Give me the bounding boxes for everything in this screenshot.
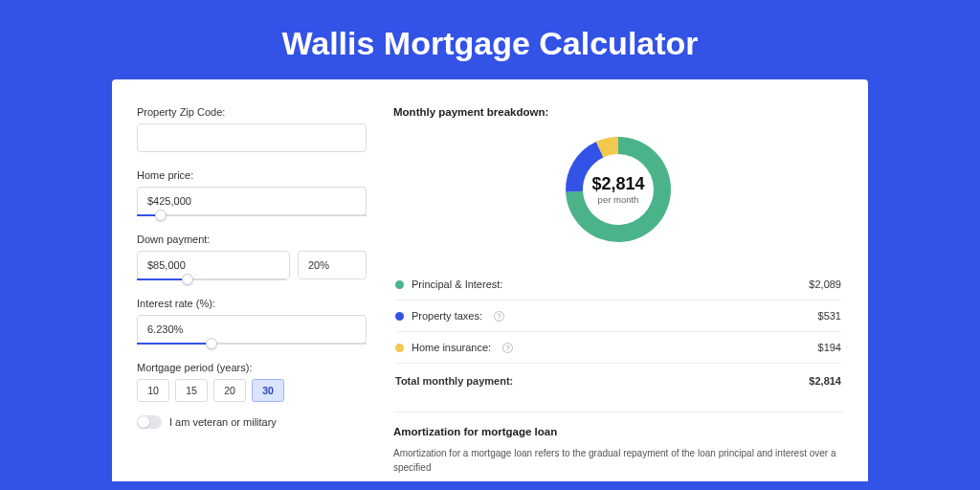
toggle-knob (138, 416, 149, 428)
period-button-30[interactable]: 30 (252, 379, 284, 402)
donut-chart: $2,814 per month (393, 127, 843, 252)
period-button-20[interactable]: 20 (213, 379, 246, 402)
interest-group: Interest rate (%): (137, 298, 367, 345)
calculator-card: Property Zip Code: Home price: Down paym… (112, 79, 868, 481)
home-price-group: Home price: (137, 169, 367, 216)
interest-label: Interest rate (%): (137, 298, 367, 309)
legend-dot (395, 344, 404, 352)
amort-body: Amortization for a mortgage loan refers … (393, 447, 843, 475)
donut-sub: per month (598, 194, 639, 205)
legend-label: Property taxes: (412, 310, 482, 322)
breakdown-title: Monthly payment breakdown: (393, 106, 843, 118)
form-panel: Property Zip Code: Home price: Down paym… (137, 106, 367, 481)
home-price-slider[interactable] (137, 214, 367, 216)
legend-total-row: Total monthly payment:$2,814 (395, 364, 841, 396)
veteran-row: I am veteran or military (137, 415, 367, 429)
down-payment-slider[interactable] (137, 278, 286, 280)
legend-label: Home insurance: (412, 342, 491, 353)
legend-row: Principal & Interest:$2,089 (395, 269, 841, 301)
zip-input[interactable] (137, 123, 367, 152)
veteran-label: I am veteran or military (169, 416, 277, 428)
interest-slider[interactable] (137, 343, 367, 345)
info-icon[interactable]: ? (494, 311, 504, 322)
total-value: $2,814 (809, 375, 841, 387)
legend-dot (395, 312, 404, 321)
legend-value: $2,089 (809, 278, 841, 290)
zip-group: Property Zip Code: (137, 106, 367, 152)
legend-value: $531 (818, 310, 841, 322)
veteran-toggle[interactable] (137, 415, 162, 429)
down-payment-group: Down payment: (137, 234, 367, 280)
period-button-10[interactable]: 10 (137, 379, 169, 402)
slider-thumb[interactable] (155, 210, 167, 221)
interest-input[interactable] (137, 315, 367, 344)
down-payment-input[interactable] (137, 251, 290, 279)
legend-value: $194 (818, 342, 841, 353)
slider-thumb[interactable] (182, 274, 193, 285)
page-title: Wallis Mortgage Calculator (0, 0, 980, 79)
breakdown-panel: Monthly payment breakdown: $2,814 per mo… (393, 106, 843, 481)
legend-dot (395, 280, 404, 289)
legend-row: Property taxes:?$531 (395, 301, 841, 332)
down-payment-pct-input[interactable] (298, 251, 367, 279)
slider-thumb[interactable] (206, 338, 217, 349)
home-price-label: Home price: (137, 169, 367, 181)
legend-row: Home insurance:?$194 (395, 332, 841, 364)
donut-value: $2,814 (591, 174, 644, 194)
period-button-15[interactable]: 15 (175, 379, 208, 402)
legend: Principal & Interest:$2,089Property taxe… (393, 269, 843, 396)
legend-label: Principal & Interest: (412, 278, 502, 290)
period-label: Mortgage period (years): (137, 362, 367, 373)
period-group: Mortgage period (years): 10152030 (137, 362, 367, 402)
total-label: Total monthly payment: (395, 375, 513, 387)
amort-section: Amortization for mortgage loan Amortizat… (393, 412, 843, 475)
info-icon[interactable]: ? (502, 343, 513, 353)
period-buttons: 10152030 (137, 379, 367, 402)
home-price-input[interactable] (137, 187, 367, 215)
down-payment-label: Down payment: (137, 234, 367, 245)
zip-label: Property Zip Code: (137, 106, 367, 118)
amort-title: Amortization for mortgage loan (393, 426, 843, 437)
